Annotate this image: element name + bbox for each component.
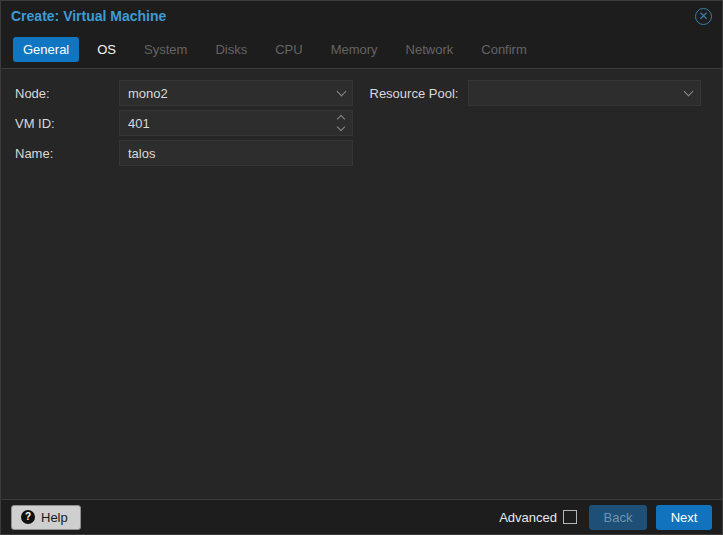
tab-disks: Disks [205,37,257,62]
dialog-footer: ? Help Advanced Back Next [1,499,722,534]
spinner-up-down-icon[interactable] [333,110,349,136]
question-circle-icon: ? [21,510,35,524]
tab-memory: Memory [321,37,388,62]
resource-pool-combobox[interactable] [468,80,701,106]
chevron-down-icon[interactable] [333,80,349,106]
help-button[interactable]: ? Help [11,505,81,530]
advanced-checkbox[interactable] [563,510,577,524]
tab-general[interactable]: General [13,37,79,62]
close-icon[interactable]: ✕ [695,8,712,25]
vmid-row: VM ID: [15,110,362,136]
chevron-down-icon[interactable] [681,80,697,106]
tab-confirm: Confirm [471,37,537,62]
node-label: Node: [15,86,119,101]
wizard-tabbar: General OS System Disks CPU Memory Netwo… [1,31,722,69]
node-combobox[interactable] [119,80,353,106]
tab-system: System [134,37,197,62]
vmid-input[interactable] [119,110,353,136]
advanced-label: Advanced [499,510,557,525]
dialog-titlebar: Create: Virtual Machine ✕ [1,1,722,31]
resource-pool-input[interactable] [468,80,701,106]
help-button-label: Help [41,510,68,525]
node-row: Node: [15,80,362,106]
advanced-toggle: Advanced [499,510,577,525]
tab-network: Network [396,37,464,62]
back-button: Back [589,505,647,530]
name-input[interactable] [119,140,353,166]
next-button[interactable]: Next [656,505,712,530]
tab-cpu: CPU [265,37,312,62]
resource-pool-label: Resource Pool: [362,86,468,101]
vmid-label: VM ID: [15,116,119,131]
general-panel: Node: VM ID: Name: [1,69,722,499]
resource-pool-row: Resource Pool: [362,80,709,106]
name-row: Name: [15,140,362,166]
tab-os[interactable]: OS [87,37,126,62]
create-vm-dialog: Create: Virtual Machine ✕ General OS Sys… [0,0,723,535]
name-label: Name: [15,146,119,161]
node-input[interactable] [119,80,353,106]
vmid-spinner[interactable] [119,110,353,136]
name-field[interactable] [119,140,353,166]
dialog-title: Create: Virtual Machine [11,8,695,24]
